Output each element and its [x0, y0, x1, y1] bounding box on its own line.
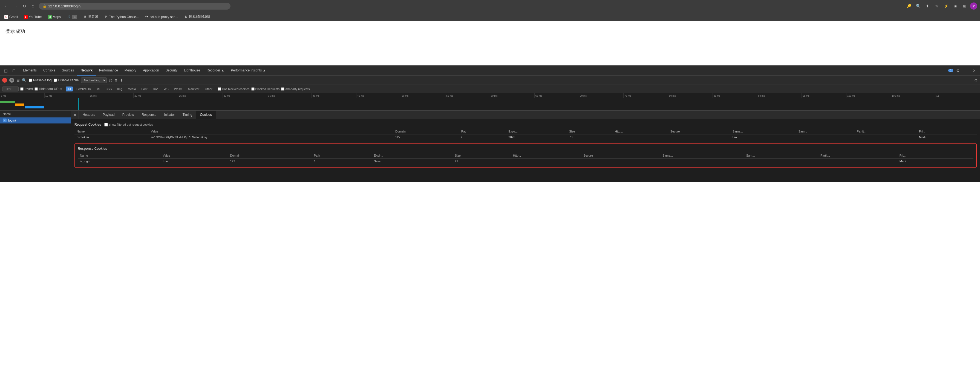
back-button[interactable]: ←: [3, 2, 10, 10]
filter-fetch-xhr-button[interactable]: Fetch/XHR: [75, 86, 93, 91]
tick-75ms: 75 ms: [624, 93, 668, 98]
filter-other-button[interactable]: Other: [203, 86, 214, 91]
device-toolbar-button[interactable]: ⊡: [10, 67, 18, 74]
request-cookie-row-0[interactable]: csrftoken su1NCVneXKjBhp3LkELPj07TN4Joh2…: [75, 134, 977, 140]
extension-button[interactable]: ⚡: [942, 2, 950, 10]
stop-button[interactable]: ⊘: [9, 78, 14, 83]
filter-img-button[interactable]: Img: [115, 86, 124, 91]
show-filtered-checkbox[interactable]: [104, 123, 108, 127]
tab-memory[interactable]: Memory: [121, 66, 140, 76]
response-cookie-row-0[interactable]: is_login true 127.... / Sessi... 21: [78, 159, 974, 164]
online-icon-button[interactable]: ◎: [109, 78, 112, 83]
has-blocked-cookies-label[interactable]: Has blocked cookies: [218, 87, 250, 91]
devtools-close-button[interactable]: ✕: [971, 67, 978, 74]
filter-css-button[interactable]: CSS: [104, 86, 114, 91]
tab-recorder[interactable]: Recorder ▲: [204, 66, 228, 76]
share-button[interactable]: ⬆: [924, 2, 931, 10]
tab-timing[interactable]: Timing: [179, 111, 196, 119]
resp-col-samesite: Same...: [660, 153, 744, 159]
bookmark-boke[interactable]: B 博客园: [81, 14, 100, 20]
tab-application[interactable]: Application: [140, 66, 162, 76]
forward-button[interactable]: →: [11, 2, 19, 10]
timeline-ruler: 5 ms 10 ms 15 ms 20 ms 25 ms 30 ms 35 ms…: [0, 93, 980, 98]
address-bar[interactable]: 🔒 127.0.0.1:8003/login/: [39, 3, 231, 10]
tab-initiator[interactable]: Initiator: [160, 111, 178, 119]
tab-performance[interactable]: Performance: [96, 66, 121, 76]
tab-preview[interactable]: Preview: [119, 111, 138, 119]
throttle-select[interactable]: No throttling Fast 3G Slow 3G: [81, 78, 107, 83]
filter-js-button[interactable]: JS: [95, 86, 102, 91]
import-button[interactable]: ⬆: [115, 78, 118, 83]
tab-security[interactable]: Security: [162, 66, 181, 76]
close-detail-button[interactable]: ✕: [71, 111, 79, 119]
filter-button[interactable]: ⊟: [16, 78, 20, 83]
tab-elements[interactable]: Elements: [20, 66, 40, 76]
blocked-requests-label[interactable]: Blocked Requests: [251, 87, 280, 91]
grid-button[interactable]: ⊞: [961, 2, 969, 10]
bookmark-gmail[interactable]: G Gmail: [3, 14, 19, 19]
waterfall-marker: [78, 98, 79, 111]
filter-manifest-button[interactable]: Manifest: [186, 86, 202, 91]
gmail-favicon: G: [5, 15, 8, 19]
address-text: 127.0.0.1:8003/login/: [48, 4, 81, 8]
home-button[interactable]: ⌂: [29, 2, 37, 10]
inspect-element-button[interactable]: ⬚: [2, 67, 9, 74]
timeline-area[interactable]: 5 ms 10 ms 15 ms 20 ms 25 ms 30 ms 35 ms…: [0, 93, 980, 111]
hide-data-urls-checkbox[interactable]: [35, 87, 38, 91]
response-cookie-expires-0: Sessi...: [372, 159, 453, 164]
col-partitioned: Partit...: [854, 129, 917, 134]
tab-payload[interactable]: Payload: [99, 111, 118, 119]
tab-network[interactable]: Network: [77, 66, 96, 76]
bookmark-56[interactable]: 🎵 56: [65, 14, 79, 19]
waterfall-bar-connect: [15, 103, 25, 106]
export-button[interactable]: ⬇: [120, 78, 123, 83]
disable-cache-checkbox[interactable]: [54, 79, 57, 82]
tab-cookies[interactable]: Cookies: [196, 111, 215, 119]
python-favicon: P: [104, 15, 108, 19]
filter-ws-button[interactable]: WS: [162, 86, 170, 91]
devtools-more-button[interactable]: ⋮: [963, 67, 970, 74]
preserve-log-label[interactable]: Preserve log: [29, 78, 51, 82]
hide-data-urls-label[interactable]: Hide data URLs: [35, 87, 62, 91]
extensions-button[interactable]: 🔑: [905, 2, 913, 10]
tab-performance-insights[interactable]: Performance insights ▲: [228, 66, 269, 76]
record-button[interactable]: [2, 78, 7, 83]
avatar[interactable]: Y: [970, 2, 977, 10]
blocked-requests-checkbox[interactable]: [251, 87, 255, 91]
tab-console[interactable]: Console: [40, 66, 59, 76]
network-row-login[interactable]: ≡ login/: [0, 118, 71, 124]
filter-wasm-button[interactable]: Wasm: [172, 86, 185, 91]
filter-media-button[interactable]: Media: [126, 86, 138, 91]
cast-button[interactable]: ▣: [951, 2, 959, 10]
filter-all-button[interactable]: All: [66, 86, 73, 91]
network-settings-button[interactable]: ⚙: [974, 78, 978, 83]
tab-lighthouse[interactable]: Lighthouse: [181, 66, 204, 76]
show-filtered-label[interactable]: show filtered out request cookies: [104, 123, 153, 127]
detail-tabs-bar: ✕ Headers Payload Preview Response Initi…: [71, 111, 980, 119]
has-blocked-cookies-checkbox[interactable]: [218, 87, 221, 91]
tab-sources[interactable]: Sources: [59, 66, 77, 76]
devtools-settings-button[interactable]: ⚙: [954, 67, 961, 74]
bookmark-button[interactable]: ☆: [933, 2, 940, 10]
name-panel: Name ≡ login/: [0, 111, 71, 182]
invert-checkbox[interactable]: [20, 87, 24, 91]
refresh-button[interactable]: ↻: [20, 2, 28, 10]
bookmark-maps[interactable]: M Maps: [46, 14, 62, 19]
invert-label[interactable]: Invert: [20, 87, 33, 91]
disable-cache-label[interactable]: Disable cache: [54, 78, 79, 82]
bookmark-scihub[interactable]: 🗺 sci-hub proxy sea...: [143, 14, 180, 19]
bookmark-youtube[interactable]: ▶ YouTube: [22, 14, 43, 19]
third-party-label[interactable]: 3rd-party requests: [281, 87, 310, 91]
third-party-checkbox[interactable]: [281, 87, 285, 91]
tab-headers[interactable]: Headers: [79, 111, 99, 119]
filter-font-button[interactable]: Font: [140, 86, 150, 91]
bookmark-python[interactable]: P The Python Challe...: [102, 14, 140, 19]
preserve-log-checkbox[interactable]: [29, 79, 32, 82]
tab-response[interactable]: Response: [138, 111, 160, 119]
filter-doc-button[interactable]: Doc: [151, 86, 161, 91]
filter-input[interactable]: [2, 86, 19, 91]
bookmark-netease[interactable]: N 网易邮箱6.0版: [183, 14, 212, 20]
request-cookie-name-0: csrftoken: [75, 134, 149, 140]
network-search-button[interactable]: 🔍: [22, 78, 27, 83]
search-button[interactable]: 🔍: [914, 2, 922, 10]
